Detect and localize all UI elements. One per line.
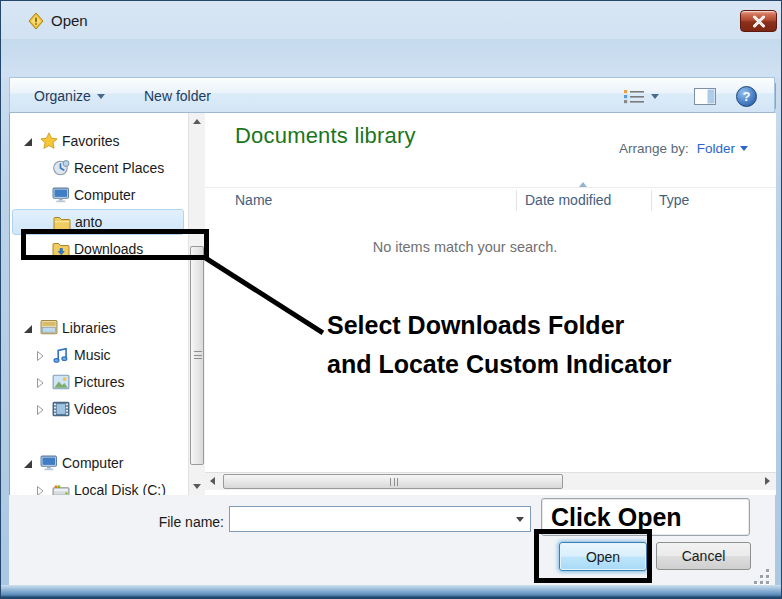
app-diamond-icon [27, 12, 45, 30]
sidebar-item-label: Local Disk (C:) [74, 482, 166, 495]
views-icon [624, 89, 645, 104]
sidebar-item-label: Computer [74, 187, 135, 203]
file-list-pane: Documents library Arrange by: Folder Nam… [205, 113, 776, 495]
sort-ascending-icon [579, 182, 587, 187]
computer-icon [40, 454, 58, 472]
scroll-down-button[interactable] [189, 478, 206, 495]
star-icon [40, 132, 58, 150]
resize-grip[interactable] [753, 569, 771, 585]
collapsed-arrow-icon[interactable] [34, 404, 46, 416]
arrange-by: Arrange by: Folder [619, 141, 748, 156]
open-button-label: Open [586, 549, 620, 565]
dialog-footer: File name: Click Open Open Cancel [9, 495, 775, 587]
command-toolbar: Organize New folder ? [9, 77, 775, 113]
annotation-line-2: and Locate Custom Indicator [318, 345, 681, 384]
arrange-by-dropdown[interactable]: Folder [697, 141, 748, 156]
sidebar-group-libraries[interactable]: Libraries [10, 315, 188, 341]
sidebar-item-videos[interactable]: Videos [10, 396, 188, 422]
expanded-arrow-icon[interactable] [22, 136, 34, 148]
open-dialog-window: Open « Documents [0, 0, 782, 599]
collapsed-arrow-icon[interactable] [34, 350, 46, 362]
sidebar-item-label: Pictures [74, 374, 125, 390]
preview-pane-button[interactable] [694, 86, 716, 106]
organize-caret-icon [97, 94, 105, 99]
open-button[interactable]: Open [559, 542, 647, 571]
sidebar-scrollbar[interactable] [188, 113, 205, 495]
music-icon [52, 346, 70, 364]
videos-icon [52, 400, 70, 418]
column-header-date-modified[interactable]: Date modified [525, 192, 611, 208]
libraries-icon [40, 318, 58, 336]
library-title: Documents library [235, 123, 416, 149]
sidebar-item-pictures[interactable]: Pictures [10, 369, 188, 395]
title-bar: Open [1, 1, 782, 39]
sidebar-item-downloads[interactable]: Downloads [10, 236, 188, 262]
help-button[interactable]: ? [736, 86, 757, 106]
sidebar-group-label: Favorites [62, 133, 120, 149]
close-button[interactable] [740, 10, 777, 32]
views-caret-icon [651, 94, 659, 99]
sidebar-scrollbar-thumb[interactable] [190, 246, 204, 465]
file-name-dropdown-icon[interactable] [516, 517, 524, 522]
empty-folder-message: No items match your search. [285, 239, 645, 255]
annotation-line-1: Select Downloads Folder [318, 306, 634, 345]
column-separator[interactable] [516, 190, 517, 211]
column-header-type[interactable]: Type [659, 192, 689, 208]
sidebar-group-label: Libraries [62, 320, 116, 336]
organize-menu-button[interactable]: Organize [34, 86, 105, 106]
file-name-combobox[interactable] [229, 506, 531, 532]
file-name-input[interactable] [234, 509, 504, 529]
file-name-label: File name: [139, 514, 224, 530]
sidebar-item-computer-fav[interactable]: Computer [10, 182, 188, 208]
arrange-by-value: Folder [697, 141, 735, 156]
computer-icon [52, 186, 70, 204]
local-disk-icon [52, 482, 70, 495]
sidebar-group-favorites[interactable]: Favorites [10, 128, 188, 154]
help-icon: ? [736, 86, 757, 107]
sidebar-item-label: Downloads [74, 241, 143, 257]
arrange-by-label: Arrange by: [619, 141, 689, 156]
preview-pane-icon [694, 88, 716, 105]
expanded-arrow-icon[interactable] [22, 458, 34, 470]
folder-icon [53, 214, 71, 232]
window-title: Open [51, 12, 88, 29]
scroll-up-button[interactable] [189, 113, 206, 130]
navigation-pane: Favorites Recent Places Computer [10, 113, 188, 495]
sidebar-item-label: Videos [74, 401, 117, 417]
annotation-click-open-text: Click Open [551, 503, 682, 531]
annotation-click-open: Click Open [541, 498, 750, 536]
sidebar-item-music[interactable]: Music [10, 342, 188, 368]
close-icon [752, 15, 766, 28]
scroll-left-button[interactable] [205, 473, 222, 491]
column-header-name[interactable]: Name [235, 192, 272, 208]
sidebar-item-anto[interactable]: anto [12, 209, 184, 235]
sidebar-item-label: Recent Places [74, 160, 164, 176]
expanded-arrow-icon[interactable] [22, 323, 34, 335]
column-header-row: Name Date modified Type [205, 187, 776, 213]
new-folder-button[interactable]: New folder [144, 86, 211, 106]
sidebar-group-computer[interactable]: Computer [10, 450, 188, 476]
sidebar-item-local-disk[interactable]: Local Disk (C:) [10, 477, 188, 495]
downloads-folder-icon [52, 240, 70, 258]
navigation-bar: « Documents web [1, 39, 782, 77]
sidebar-item-recent-places[interactable]: Recent Places [10, 155, 188, 181]
column-separator[interactable] [651, 190, 652, 211]
horizontal-scrollbar[interactable] [205, 472, 776, 490]
new-folder-label: New folder [144, 88, 211, 104]
scroll-right-button[interactable] [759, 473, 776, 491]
arrange-caret-icon [740, 146, 748, 151]
horizontal-scrollbar-thumb[interactable] [223, 474, 563, 489]
organize-label: Organize [34, 88, 91, 104]
sidebar-group-label: Computer [62, 455, 123, 471]
cancel-button[interactable]: Cancel [656, 542, 751, 570]
sidebar-item-label: Music [74, 347, 111, 363]
annotation-select-downloads-text: Select Downloads Folder and Locate Custo… [318, 306, 681, 384]
sidebar-item-label: anto [75, 214, 102, 230]
cancel-button-label: Cancel [682, 548, 726, 564]
collapsed-arrow-icon[interactable] [34, 485, 46, 495]
recent-places-icon [52, 159, 70, 177]
dialog-content: Favorites Recent Places Computer [9, 113, 775, 495]
views-button[interactable] [624, 86, 659, 106]
collapsed-arrow-icon[interactable] [34, 377, 46, 389]
pictures-icon [52, 373, 70, 391]
